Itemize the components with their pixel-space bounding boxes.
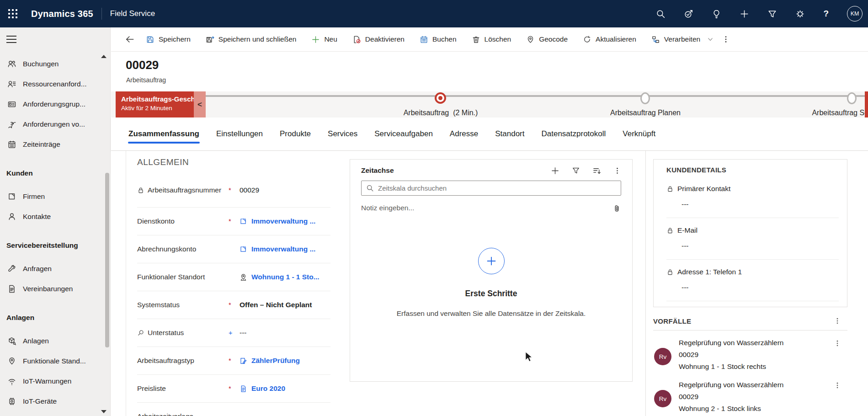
account-icon bbox=[240, 218, 247, 225]
iot-device-icon bbox=[7, 397, 16, 406]
tab-adresse[interactable]: Adresse bbox=[449, 128, 479, 140]
sidebar-item-kontakte[interactable]: Kontakte bbox=[0, 207, 110, 227]
process-button[interactable]: Verarbeiten bbox=[651, 35, 700, 44]
field-value-lookup[interactable]: Wohnung 1 - 1 Sto... bbox=[240, 273, 330, 281]
incident-more-icon[interactable] bbox=[834, 340, 841, 347]
tab-einstellungen[interactable]: Einstellungen bbox=[216, 128, 263, 140]
incident-row[interactable]: Rv Regelprüfung von Wasserzählern 00029 … bbox=[653, 379, 847, 415]
sidebar-item-funktionale-standorte[interactable]: Funktionale Stand... bbox=[0, 351, 110, 371]
delete-button[interactable]: Löschen bbox=[472, 35, 511, 44]
help-icon[interactable]: ? bbox=[823, 9, 829, 19]
tab-zusammenfassung[interactable]: Zusammenfassung bbox=[128, 128, 200, 140]
refresh-button[interactable]: Aktualisieren bbox=[583, 35, 636, 44]
sidebar-item-label: Firmen bbox=[23, 192, 45, 201]
geocode-button-label: Geocode bbox=[539, 35, 568, 43]
timeline-title: Zeitachse bbox=[361, 166, 394, 175]
field-value[interactable]: --- bbox=[666, 283, 839, 292]
sidebar-item-anforderungen-von[interactable]: Anforderungen vo... bbox=[0, 114, 110, 134]
app-name[interactable]: Field Service bbox=[110, 9, 155, 18]
deactivate-button[interactable]: Deaktivieren bbox=[352, 35, 405, 44]
back-arrow-icon[interactable] bbox=[125, 34, 135, 44]
gear-icon[interactable] bbox=[795, 9, 805, 19]
timeline-more-icon[interactable] bbox=[613, 167, 621, 175]
save-button-label: Speichern bbox=[159, 35, 191, 43]
incident-avatar: Rv bbox=[654, 390, 671, 407]
field-value-lookup[interactable]: ZählerPrüfung bbox=[240, 357, 330, 365]
sidebar-item-anforderungsgruppen[interactable]: Anforderungsgrup... bbox=[0, 94, 110, 114]
geocode-button[interactable]: Geocode bbox=[526, 35, 568, 44]
book-button[interactable]: Buchen bbox=[420, 35, 457, 44]
sidebar-item-vereinbarungen[interactable]: Vereinbarungen bbox=[0, 279, 110, 299]
process-stage-label[interactable]: Arbeitsauftrag Schließen bbox=[812, 109, 868, 117]
field-value-lookup[interactable]: Immoverwaltung ... bbox=[240, 245, 330, 253]
field-abrechnungskonto: Abrechnungskonto Immoverwaltung ... bbox=[137, 235, 330, 263]
new-button[interactable]: Neu bbox=[311, 35, 337, 44]
process-stage-node-active[interactable] bbox=[435, 92, 446, 104]
sidebar-item-firmen[interactable]: Firmen bbox=[0, 187, 110, 207]
field-value[interactable]: --- bbox=[666, 200, 839, 208]
field-value[interactable]: Offen – Nicht Geplant bbox=[240, 301, 330, 309]
field-value[interactable]: --- bbox=[240, 329, 330, 337]
lightbulb-icon[interactable] bbox=[712, 9, 721, 19]
field-value-lookup[interactable]: Immoverwaltung ... bbox=[240, 217, 330, 225]
hamburger-menu-icon[interactable] bbox=[6, 36, 16, 45]
sidebar-item-iot-warnungen[interactable]: IoT-Warnungen bbox=[0, 371, 110, 391]
sidebar-item-ressourcenanforderungen[interactable]: Ressourcenanford... bbox=[0, 74, 110, 94]
tab-produkte[interactable]: Produkte bbox=[279, 128, 311, 140]
tab-services[interactable]: Services bbox=[327, 128, 358, 140]
sidebar-item-anfragen[interactable]: Anfragen bbox=[0, 259, 110, 279]
filter-icon[interactable] bbox=[767, 9, 777, 19]
get-started-plus-icon[interactable] bbox=[478, 248, 505, 274]
save-button[interactable]: Speichern bbox=[146, 35, 191, 44]
user-avatar[interactable]: KM bbox=[847, 6, 863, 21]
incidents-more-icon[interactable] bbox=[834, 317, 841, 325]
field-label: Primärer Kontakt bbox=[677, 185, 730, 193]
sidebar-scroll-down-icon[interactable] bbox=[101, 410, 107, 413]
tab-datensatzprotokoll[interactable]: Datensatzprotokoll bbox=[541, 128, 606, 140]
process-collapse-chevron-icon[interactable]: < bbox=[194, 91, 206, 117]
field-value[interactable]: --- bbox=[666, 242, 839, 250]
sidebar-item-anlagen[interactable]: Anlagen bbox=[0, 331, 110, 351]
sidebar-item-iot-geraete[interactable]: IoT-Geräte bbox=[0, 391, 110, 411]
field-arbeitszeitvorlage: Arbeitszeitvorlage --- bbox=[137, 403, 330, 416]
reference-panel: KUNDENDETAILS Primärer Kontakt --- E-Mai… bbox=[653, 159, 847, 415]
timeline-panel: Zeitachse Notiz eingeben... bbox=[350, 159, 633, 382]
timeline-expand-records-icon[interactable] bbox=[592, 166, 601, 175]
incident-row[interactable]: Rv Regelprüfung von Wasserzählern 00029 … bbox=[653, 337, 847, 373]
timeline-search-input[interactable] bbox=[378, 184, 616, 192]
timeline-filter-icon[interactable] bbox=[572, 166, 580, 175]
note-input-row[interactable]: Notiz eingeben... bbox=[361, 198, 621, 218]
lock-icon bbox=[666, 185, 674, 192]
process-stage-label[interactable]: Arbeitsauftrag Planen bbox=[610, 109, 681, 117]
chevron-down-icon[interactable] bbox=[707, 36, 714, 43]
field-value[interactable]: 00029 bbox=[240, 186, 330, 194]
record-entity-type: Arbeitsauftrag bbox=[126, 76, 166, 84]
delete-button-label: Löschen bbox=[485, 35, 511, 43]
waffle-icon[interactable] bbox=[8, 9, 17, 18]
process-stage-node[interactable] bbox=[847, 92, 857, 104]
incident-more-icon[interactable] bbox=[834, 382, 841, 389]
tab-serviceaufgaben[interactable]: Serviceaufgaben bbox=[374, 128, 433, 140]
task-check-icon[interactable] bbox=[684, 9, 693, 19]
process-stage-label[interactable]: Arbeitsauftrag (2 Min.) bbox=[404, 109, 478, 117]
tab-verknuepft[interactable]: Verknüpft bbox=[622, 128, 656, 140]
save-and-close-button[interactable]: Speichern und schließen bbox=[206, 35, 297, 44]
sidebar-item-buchungen[interactable]: Buchungen bbox=[0, 54, 110, 74]
sidebar-scrollbar[interactable] bbox=[105, 173, 109, 347]
timeline-add-icon[interactable] bbox=[551, 166, 559, 175]
sidebar-item-zeiteintraege[interactable]: Zeiteinträge bbox=[0, 134, 110, 155]
field-value[interactable]: --- bbox=[240, 412, 330, 416]
deactivate-button-label: Deaktivieren bbox=[365, 35, 405, 43]
paperclip-icon[interactable] bbox=[612, 204, 621, 213]
search-icon[interactable] bbox=[656, 9, 666, 19]
process-stage-node[interactable] bbox=[640, 92, 650, 104]
form-tabs: Zusammenfassung Einstellungen Produkte S… bbox=[111, 117, 868, 151]
field-value-lookup[interactable]: Euro 2020 bbox=[240, 384, 330, 393]
process-stage-flyout[interactable]: Arbeitsauftrags-Geschäft... Aktiv für 2 … bbox=[116, 91, 194, 117]
plus-icon[interactable] bbox=[740, 9, 749, 19]
tab-standort[interactable]: Standort bbox=[495, 128, 525, 140]
overflow-menu-icon[interactable] bbox=[722, 35, 730, 43]
sidebar-item-label: Anfragen bbox=[23, 265, 52, 273]
customer-details-title: KUNDENDETAILS bbox=[666, 166, 839, 174]
process-next-stage-sliver[interactable] bbox=[865, 91, 868, 117]
